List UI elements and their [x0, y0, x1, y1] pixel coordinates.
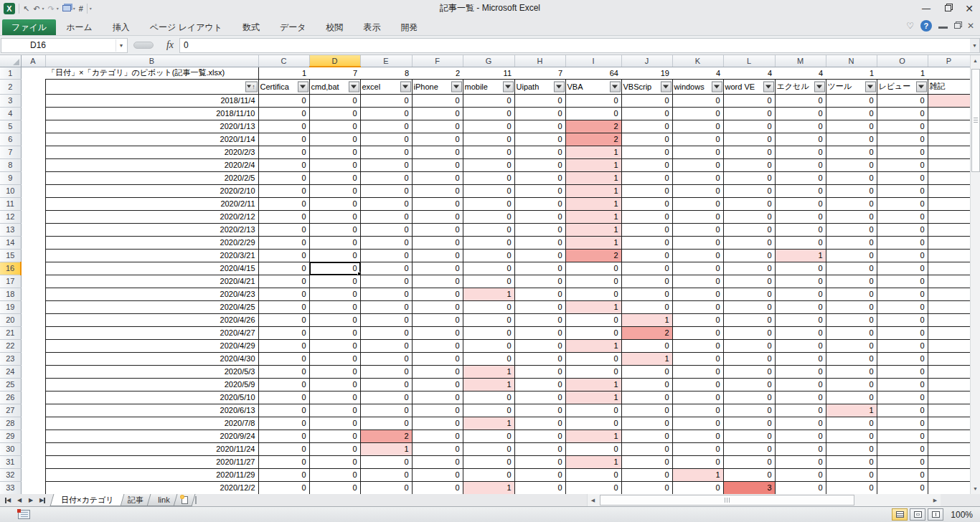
cell-J33[interactable]: 0 — [621, 481, 672, 494]
cell-O24[interactable]: 0 — [877, 365, 928, 378]
filter-dropdown-icon[interactable] — [610, 81, 621, 92]
cell-D7[interactable]: 0 — [309, 146, 360, 158]
date-cell-B3[interactable]: 2018/11/4 — [45, 94, 258, 107]
cell-F12[interactable]: 0 — [412, 210, 463, 223]
cell-L4[interactable]: 0 — [723, 107, 775, 120]
category-cell-9[interactable]: windows — [672, 79, 723, 94]
cell-P25[interactable] — [928, 378, 970, 391]
cell-M9[interactable]: 0 — [775, 171, 826, 184]
macro-record-icon[interactable] — [18, 510, 30, 519]
cell-O18[interactable]: 0 — [877, 288, 928, 300]
cell-D23[interactable]: 0 — [309, 352, 360, 365]
next-sheet-icon[interactable]: ▶ — [25, 495, 37, 506]
cell-M4[interactable]: 0 — [775, 107, 826, 120]
cell-D29[interactable]: 0 — [309, 430, 360, 442]
filter-dropdown-icon[interactable] — [298, 81, 308, 92]
cell-J26[interactable]: 0 — [621, 391, 672, 404]
cell-M30[interactable]: 0 — [775, 442, 826, 455]
cell-H11[interactable]: 0 — [514, 197, 565, 210]
cell-P8[interactable] — [928, 158, 970, 171]
cell-J7[interactable]: 0 — [621, 146, 672, 158]
first-sheet-icon[interactable]: ◀ — [2, 495, 14, 506]
date-cell-B14[interactable]: 2020/2/29 — [45, 236, 258, 249]
cell-G7[interactable]: 0 — [463, 146, 514, 158]
cell-K18[interactable]: 0 — [672, 288, 723, 300]
row-header-10[interactable]: 10 — [0, 184, 21, 197]
date-cell-B15[interactable]: 2020/3/21 — [45, 249, 258, 262]
cell-K27[interactable]: 0 — [672, 404, 723, 417]
cell-F13[interactable]: 0 — [412, 223, 463, 236]
column-header-B[interactable]: B — [45, 55, 258, 67]
cell-K29[interactable]: 0 — [672, 430, 723, 442]
row-header-3[interactable]: 3 — [0, 94, 21, 107]
cell-C27[interactable]: 0 — [258, 404, 309, 417]
cell-A19[interactable] — [21, 300, 45, 313]
cell-L7[interactable]: 0 — [723, 146, 775, 158]
cell-E27[interactable]: 0 — [360, 404, 412, 417]
cell-F33[interactable]: 0 — [412, 481, 463, 494]
date-cell-B33[interactable]: 2020/12/2 — [45, 481, 258, 494]
count-cell-I1[interactable]: 64 — [565, 67, 621, 79]
cell-H21[interactable]: 0 — [514, 326, 565, 339]
cell-P29[interactable] — [928, 430, 970, 442]
category-cell-5[interactable]: mobile — [463, 79, 514, 94]
cell-P27[interactable] — [928, 404, 970, 417]
tab-formulas[interactable]: 数式 — [232, 19, 270, 35]
cell-G21[interactable]: 0 — [463, 326, 514, 339]
cell-D9[interactable]: 0 — [309, 171, 360, 184]
row-header-21[interactable]: 21 — [0, 326, 21, 339]
cell-D30[interactable]: 0 — [309, 442, 360, 455]
cell-P24[interactable] — [928, 365, 970, 378]
cell-J16[interactable]: 0 — [621, 262, 672, 275]
cell-F16[interactable]: 0 — [412, 262, 463, 275]
workbook-close-icon[interactable]: ✕ — [967, 21, 974, 31]
cell-H31[interactable]: 0 — [514, 455, 565, 468]
cell-F3[interactable]: 0 — [412, 94, 463, 107]
cell-N10[interactable]: 0 — [826, 184, 877, 197]
tab-developer[interactable]: 開発 — [391, 19, 428, 35]
cell-F21[interactable]: 0 — [412, 326, 463, 339]
cell-L13[interactable]: 0 — [723, 223, 775, 236]
date-cell-B6[interactable]: 2020/1/14 — [45, 133, 258, 146]
cell-J24[interactable]: 0 — [621, 365, 672, 378]
cell-F10[interactable]: 0 — [412, 184, 463, 197]
row-header-16[interactable]: 16 — [0, 262, 21, 275]
cell-J5[interactable]: 0 — [621, 120, 672, 133]
last-sheet-icon[interactable]: ▶ — [37, 495, 48, 506]
cell-E5[interactable]: 0 — [360, 120, 412, 133]
cell-D33[interactable]: 0 — [309, 481, 360, 494]
row-header-5[interactable]: 5 — [0, 120, 21, 133]
cell-J14[interactable]: 0 — [621, 236, 672, 249]
column-header-H[interactable]: H — [514, 55, 565, 67]
cell-G16[interactable]: 0 — [463, 262, 514, 275]
row-header-2[interactable]: 2 — [0, 79, 21, 94]
cell-A6[interactable] — [21, 133, 45, 146]
cell-N19[interactable]: 0 — [826, 300, 877, 313]
cell-M21[interactable]: 0 — [775, 326, 826, 339]
cell-K8[interactable]: 0 — [672, 158, 723, 171]
cell-O11[interactable]: 0 — [877, 197, 928, 210]
cell-A1[interactable] — [21, 67, 45, 79]
cell-A32[interactable] — [21, 468, 45, 481]
cell-C11[interactable]: 0 — [258, 197, 309, 210]
tab-review[interactable]: 校閲 — [316, 19, 354, 35]
cell-G27[interactable]: 0 — [463, 404, 514, 417]
cell-E17[interactable]: 0 — [360, 275, 412, 288]
cell-O32[interactable]: 0 — [877, 468, 928, 481]
cell-A17[interactable] — [21, 275, 45, 288]
vertical-scroll-thumb[interactable] — [971, 69, 980, 172]
cell-A33[interactable] — [21, 481, 45, 494]
column-header-E[interactable]: E — [360, 55, 412, 67]
workbook-minimize-icon[interactable] — [938, 24, 948, 29]
cell-D12[interactable]: 0 — [309, 210, 360, 223]
filter-dropdown-icon[interactable] — [451, 81, 462, 92]
column-header-M[interactable]: M — [775, 55, 826, 67]
cell-M14[interactable]: 0 — [775, 236, 826, 249]
cell-J15[interactable]: 0 — [621, 249, 672, 262]
cell-G25[interactable]: 1 — [463, 378, 514, 391]
cell-E13[interactable]: 0 — [360, 223, 412, 236]
undo-dropdown-icon[interactable]: ▾ — [42, 6, 44, 11]
cell-G12[interactable]: 0 — [463, 210, 514, 223]
column-header-N[interactable]: N — [826, 55, 877, 67]
cell-F19[interactable]: 0 — [412, 300, 463, 313]
